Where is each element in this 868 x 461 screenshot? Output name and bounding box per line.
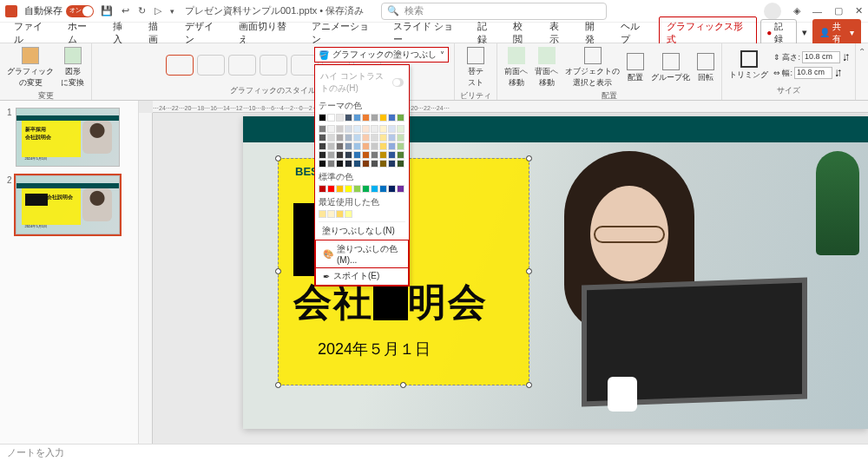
color-swatch[interactable] xyxy=(327,142,335,150)
style-swatch[interactable] xyxy=(197,55,225,76)
color-swatch[interactable] xyxy=(362,142,370,150)
color-swatch[interactable] xyxy=(388,125,396,133)
style-swatch[interactable] xyxy=(166,55,194,76)
group-button[interactable]: グループ化 xyxy=(649,51,692,85)
color-swatch[interactable] xyxy=(397,160,404,168)
start-icon[interactable]: ▷ xyxy=(155,5,161,16)
color-swatch[interactable] xyxy=(397,114,404,122)
color-swatch[interactable] xyxy=(336,114,344,122)
alt-text-button[interactable]: 替テ スト xyxy=(465,45,486,90)
color-swatch[interactable] xyxy=(371,114,378,122)
color-swatch[interactable] xyxy=(362,134,370,142)
color-swatch[interactable] xyxy=(397,142,404,150)
color-swatch[interactable] xyxy=(345,185,352,193)
color-swatch[interactable] xyxy=(345,151,352,159)
color-swatch[interactable] xyxy=(345,142,352,150)
autosave-toggle[interactable]: 自動保存 オン xyxy=(24,4,94,17)
color-swatch[interactable] xyxy=(388,160,396,168)
resize-handle[interactable] xyxy=(526,268,532,274)
share-button[interactable]: 👤共有 ▾ xyxy=(812,19,861,47)
save-icon[interactable]: 💾 xyxy=(101,5,113,16)
color-swatch[interactable] xyxy=(319,125,326,133)
color-swatch[interactable] xyxy=(319,185,326,193)
color-swatch[interactable] xyxy=(319,151,326,159)
color-swatch[interactable] xyxy=(353,151,361,159)
slide-thumbnail[interactable]: 新卒採用 会社説明会 2024年5月1日 xyxy=(16,108,120,167)
color-swatch[interactable] xyxy=(319,210,326,218)
color-swatch[interactable] xyxy=(397,151,404,159)
color-swatch[interactable] xyxy=(379,125,387,133)
color-swatch[interactable] xyxy=(345,160,352,168)
color-swatch[interactable] xyxy=(371,125,378,133)
color-swatch[interactable] xyxy=(353,160,361,168)
resize-handle[interactable] xyxy=(275,268,281,274)
color-swatch[interactable] xyxy=(319,160,326,168)
user-avatar[interactable] xyxy=(764,3,781,20)
color-swatch[interactable] xyxy=(353,114,361,122)
color-swatch[interactable] xyxy=(345,114,352,122)
color-swatch[interactable] xyxy=(388,151,396,159)
coming-soon-icon[interactable]: ◈ xyxy=(793,5,800,16)
color-swatch[interactable] xyxy=(345,210,352,218)
eyedropper-item[interactable]: ✒スポイト(E) xyxy=(315,267,409,286)
color-swatch[interactable] xyxy=(336,142,344,150)
color-swatch[interactable] xyxy=(371,142,378,150)
color-swatch[interactable] xyxy=(327,185,335,193)
color-swatch[interactable] xyxy=(319,134,326,142)
color-swatch[interactable] xyxy=(336,134,344,142)
color-swatch[interactable] xyxy=(353,125,361,133)
resize-handle[interactable] xyxy=(275,155,281,161)
color-swatch[interactable] xyxy=(379,134,387,142)
send-backward-button[interactable]: 背面へ 移動 xyxy=(533,45,560,90)
resize-handle[interactable] xyxy=(275,382,281,388)
color-swatch[interactable] xyxy=(353,134,361,142)
color-swatch[interactable] xyxy=(397,185,404,193)
crop-button[interactable]: トリミング xyxy=(727,49,770,82)
color-swatch[interactable] xyxy=(336,125,344,133)
color-swatch[interactable] xyxy=(371,151,378,159)
color-swatch[interactable] xyxy=(327,114,335,122)
color-swatch[interactable] xyxy=(353,185,361,193)
maximize-button[interactable]: ▢ xyxy=(834,5,843,16)
slide-thumbnail[interactable]: 新卒採用 会社説明会 2024年5月1日 xyxy=(16,175,120,234)
color-swatch[interactable] xyxy=(327,125,335,133)
color-swatch[interactable] xyxy=(336,160,344,168)
thumbnail-item[interactable]: 1 新卒採用 会社説明会 2024年5月1日 xyxy=(7,108,131,167)
color-swatch[interactable] xyxy=(319,114,326,122)
color-swatch[interactable] xyxy=(371,134,378,142)
resize-handle[interactable] xyxy=(526,382,532,388)
color-swatch[interactable] xyxy=(327,151,335,159)
style-swatch[interactable] xyxy=(260,55,287,76)
color-swatch[interactable] xyxy=(327,160,335,168)
close-button[interactable]: ✕ xyxy=(855,5,863,16)
resize-handle[interactable] xyxy=(526,155,532,161)
no-fill-item[interactable]: 塗りつぶしなし(N) xyxy=(319,221,405,240)
color-swatch[interactable] xyxy=(319,142,326,150)
color-swatch[interactable] xyxy=(336,151,344,159)
align-button[interactable]: 配置 xyxy=(625,51,646,85)
color-swatch[interactable] xyxy=(379,114,387,122)
color-swatch[interactable] xyxy=(345,125,352,133)
color-swatch[interactable] xyxy=(379,142,387,150)
collapse-ribbon-icon[interactable]: ⌃ xyxy=(858,47,865,56)
qat-more-icon[interactable]: ▾ xyxy=(170,7,174,16)
slide-thumbnails-panel[interactable]: 1 新卒採用 会社説明会 2024年5月1日 2 新卒採用 会社説明会 2024… xyxy=(0,101,139,444)
ribbon-display-icon[interactable]: ▾ xyxy=(802,27,807,38)
color-swatch[interactable] xyxy=(397,134,404,142)
color-swatch[interactable] xyxy=(336,210,344,218)
color-swatch[interactable] xyxy=(388,142,396,150)
minimize-button[interactable]: — xyxy=(812,6,822,16)
color-swatch[interactable] xyxy=(397,125,404,133)
color-swatch[interactable] xyxy=(353,142,361,150)
selection-pane-button[interactable]: オブジェクトの 選択と表示 xyxy=(563,45,621,90)
more-fill-colors-item[interactable]: 🎨塗りつぶしの色(M)... xyxy=(315,240,409,268)
resize-handle[interactable] xyxy=(400,382,406,388)
record-button[interactable]: ●記録 xyxy=(760,19,796,47)
height-field[interactable]: ⇕高さ:10.8 cm⮃ xyxy=(773,51,850,63)
redo-icon[interactable]: ↻ xyxy=(138,5,146,16)
color-swatch[interactable] xyxy=(362,125,370,133)
color-swatch[interactable] xyxy=(327,134,335,142)
undo-icon[interactable]: ↩ xyxy=(122,5,129,16)
color-swatch[interactable] xyxy=(362,151,370,159)
thumbnail-item[interactable]: 2 新卒採用 会社説明会 2024年5月1日 xyxy=(7,175,131,234)
